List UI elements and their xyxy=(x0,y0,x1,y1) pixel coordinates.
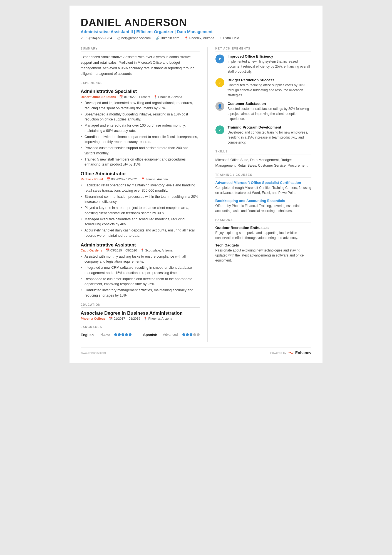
job-1-bullets: Developed and implemented new filing and… xyxy=(81,100,200,167)
job-3: Administrative Assistant Cacti Gardens 📅… xyxy=(81,242,200,298)
achievement-4-icon-wrap: ✓ xyxy=(215,125,224,134)
achievement-3: 👤 Customer Satisfaction Boosted customer… xyxy=(215,102,312,121)
calendar-icon-3: 📅 xyxy=(106,248,110,252)
dot xyxy=(193,333,196,336)
job-3-company: Cacti Gardens xyxy=(81,249,102,252)
languages-title: LANGUAGES xyxy=(81,325,200,330)
bullet: Responded to customer inquiries and dire… xyxy=(81,277,200,287)
job-3-title: Administrative Assistant xyxy=(81,242,200,248)
training-2: Bookkeeping and Accounting Essentials Of… xyxy=(215,199,312,213)
contact-bar: ✆ +1-(234)-555-1234 @ help@enhancv.com 🔗… xyxy=(81,36,311,40)
job-1: Administrative Specialist Desert Office … xyxy=(81,89,200,167)
training-2-title: Bookkeeping and Accounting Essentials xyxy=(215,199,312,203)
main-columns: SUMMARY Experienced Administrative Assis… xyxy=(81,47,311,342)
lang-2-level: Advanced xyxy=(163,333,178,337)
pin-icon-3: 📍 xyxy=(140,248,144,252)
bullet: Coordinated with the finance department … xyxy=(81,134,200,145)
job-3-location: 📍 Scottsdale, Arizona xyxy=(140,248,172,252)
achievement-4: ✓ Training Program Development Developed… xyxy=(215,125,312,145)
bullet: Developed and implemented new filing and… xyxy=(81,100,200,111)
bullet: Assisted with monthly auditing tasks to … xyxy=(81,254,200,265)
pin-icon-2: 📍 xyxy=(141,177,145,181)
passions-title: PASSIONS xyxy=(215,218,312,223)
job-3-meta: Cacti Gardens 📅 03/2019 – 05/2020 📍 Scot… xyxy=(81,248,200,252)
footer: www.enhancv.com Powered by Enhancv xyxy=(81,347,311,355)
job-2-title: Office Administrator xyxy=(81,171,200,177)
job-1-title: Administrative Specialist xyxy=(81,89,200,94)
brand-name: Enhancv xyxy=(295,351,311,355)
phone-icon: ✆ xyxy=(81,36,83,40)
powered-by-text: Powered by xyxy=(270,351,286,354)
skills-section: SKILLS Microsoft Office Suite, Data Mana… xyxy=(215,150,312,168)
edu-dates: 📅 01/2017 – 01/2019 xyxy=(109,317,140,320)
job-3-dates: 📅 03/2019 – 05/2020 xyxy=(106,248,137,252)
candidate-subtitle: Administrative Assistant II | Efficient … xyxy=(81,29,311,34)
dot xyxy=(125,333,128,336)
achievements-title: KEY ACHIEVEMENTS xyxy=(215,47,312,51)
dot xyxy=(190,333,192,336)
calendar-icon-1: 📅 xyxy=(119,95,123,99)
experience-section: EXPERIENCE Administrative Specialist Des… xyxy=(81,82,200,298)
achievement-2-title: Budget Reduction Success xyxy=(228,78,312,82)
location-icon: 📍 xyxy=(184,36,188,40)
achievement-1-content: Improved Office Efficiency Implemented a… xyxy=(228,54,312,74)
degree: Associate Degree in Business Administrat… xyxy=(81,310,200,316)
training-1: Advanced Microsoft Office Specialist Cer… xyxy=(215,181,312,195)
achievement-3-content: Customer Satisfaction Boosted customer s… xyxy=(228,102,312,121)
lang-1-dots xyxy=(114,333,132,336)
passion-1-desc: Enjoy exploring state parks and supporti… xyxy=(215,230,312,240)
job-1-company: Desert Office Solutions xyxy=(81,95,116,98)
achievement-3-desc: Boosted customer satisfaction ratings by… xyxy=(228,106,312,121)
achievements-section: KEY ACHIEVEMENTS ♥ Improved Office Effic… xyxy=(215,47,312,145)
achievement-2-content: Budget Reduction Success Contributed to … xyxy=(228,78,312,98)
enhancv-logo-icon xyxy=(288,351,294,355)
job-2-dates: 📅 06/2020 – 12/2021 xyxy=(106,177,138,181)
achievement-4-desc: Developed and conducted training for new… xyxy=(228,130,312,145)
star-icon: ☆ xyxy=(219,36,222,40)
training-title: TRAINING / COURSES xyxy=(215,173,312,178)
skills-title: SKILLS xyxy=(215,150,312,154)
training-section: TRAINING / COURSES Advanced Microsoft Of… xyxy=(215,173,312,213)
passion-2: Tech Gadgets Passionate about exploring … xyxy=(215,243,312,263)
passion-2-desc: Passionate about exploring new technolog… xyxy=(215,248,312,263)
dot xyxy=(114,333,117,336)
bullet: Accurately handled daily cash deposits a… xyxy=(81,228,200,238)
education-section: EDUCATION Associate Degree in Business A… xyxy=(81,303,200,320)
achievement-4-content: Training Program Development Developed a… xyxy=(228,125,312,145)
bullet: Streamlined communication processes with… xyxy=(81,194,200,205)
lang-1-level: Native xyxy=(100,333,110,337)
bullet: Managed executive calendars and schedule… xyxy=(81,217,200,227)
contact-linkedin: 🔗 linkedin.com xyxy=(156,36,179,40)
bullet: Played a key role in a team project to e… xyxy=(81,205,200,216)
languages-section: LANGUAGES English Native Spanish Advance… xyxy=(81,325,200,337)
heart-icon: ♥ xyxy=(219,57,221,61)
bullet: Facilitated retail operations by maintai… xyxy=(81,183,200,193)
dot xyxy=(121,333,124,336)
job-2-bullets: Facilitated retail operations by maintai… xyxy=(81,183,200,238)
achievement-3-title: Customer Satisfaction xyxy=(228,102,312,106)
training-1-title: Advanced Microsoft Office Specialist Cer… xyxy=(215,181,312,185)
resume-page: DANIEL ANDERSON Administrative Assistant… xyxy=(70,6,322,363)
candidate-name: DANIEL ANDERSON xyxy=(81,17,311,29)
job-2-company: Redrock Retail xyxy=(81,177,103,181)
contact-location: 📍 Phoenix, Arizona xyxy=(184,36,214,40)
job-1-meta: Desert Office Solutions 📅 01/2022 – Pres… xyxy=(81,95,200,99)
bullet: Managed and entered data for over 100 pu… xyxy=(81,123,200,134)
bullet: Trained 5 new staff members on office eq… xyxy=(81,157,200,167)
dot xyxy=(129,333,132,336)
achievement-2-desc: Contributed to reducing office supplies … xyxy=(228,83,312,98)
contact-phone: ✆ +1-(234)-555-1234 xyxy=(81,36,112,40)
dot xyxy=(118,333,121,336)
achievement-2-icon-wrap: ⚡ xyxy=(215,78,224,87)
achievement-3-icon-wrap: 👤 xyxy=(215,102,224,111)
achievement-4-title: Training Program Development xyxy=(228,125,312,129)
summary-text: Experienced Administrative Assistant wit… xyxy=(81,54,200,77)
lang-2-dots xyxy=(182,333,200,336)
education-title: EDUCATION xyxy=(81,303,200,308)
passion-1-title: Outdoor Recreation Enthusiast xyxy=(215,226,312,230)
experience-title: EXPERIENCE xyxy=(81,82,200,86)
right-column: KEY ACHIEVEMENTS ♥ Improved Office Effic… xyxy=(208,47,312,342)
training-2-desc: Offered by Phoenix Financial Training, c… xyxy=(215,203,312,213)
achievement-1: ♥ Improved Office Efficiency Implemented… xyxy=(215,54,312,74)
bullet: Integrated a new CRM software, resulting… xyxy=(81,265,200,276)
